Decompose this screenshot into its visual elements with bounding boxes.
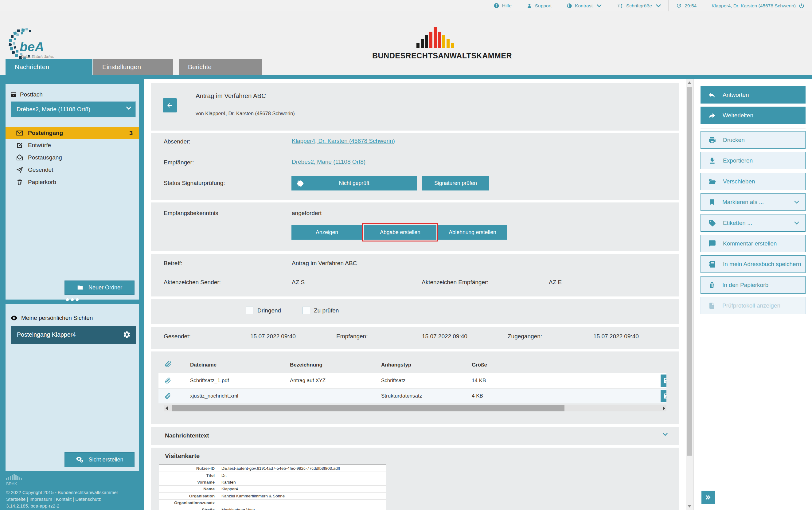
brak-mini-logo-bars [6, 474, 118, 480]
chevron-down-icon[interactable] [663, 433, 668, 436]
schriftgroesse-label: Schriftgröße [626, 3, 652, 9]
absender-link[interactable]: Klapper4, Dr. Karsten (45678 Schwerin) [292, 138, 395, 144]
eb-ablehnung-erstellen-button[interactable]: Ablehnung erstellen [438, 225, 507, 239]
scroll-up-arrow[interactable] [687, 81, 692, 84]
postfach-icon [10, 91, 17, 98]
paperclip-icon [165, 361, 172, 367]
table-row: Nutzer-IDDE.test-autent-gov.61914ad7-54e… [159, 465, 386, 472]
attachment-save-button[interactable] [661, 390, 666, 402]
antworten-button[interactable]: Antworten [700, 86, 806, 104]
scroll-left-arrow[interactable] [166, 406, 168, 410]
link-impressum[interactable]: Impressum [29, 497, 52, 502]
attachment-row[interactable]: xjustiz_nachricht.xml Strukturdatensatz … [158, 389, 666, 403]
exportieren-button[interactable]: Exportieren [700, 152, 806, 169]
message-actions-sidebar: Antworten Weiterleiten Drucken Exportier… [700, 79, 806, 510]
postfach-label: Postfach [20, 91, 43, 98]
in-den-papierkorb-button[interactable]: In den Papierkorb [700, 276, 806, 294]
verschieben-button[interactable]: Verschieben [700, 173, 806, 190]
drucken-label: Drucken [723, 137, 745, 143]
signaturen-pruefen-button[interactable]: Signaturen prüfen [422, 176, 489, 191]
vk-label: Organisation [159, 494, 219, 498]
zugegangen-label: Zugegangen: [508, 333, 542, 340]
empfaenger-link[interactable]: Drébes2, Marie (11108 Ort8) [292, 159, 365, 165]
user-menu-item[interactable]: Klapper4, Dr. Karsten (45678 Schwerin) [704, 0, 812, 11]
message-header-block: Antrag im Verfahren ABC von Klapper4, Dr… [151, 83, 679, 131]
drucken-button[interactable]: Drucken [700, 131, 806, 149]
kommentar-erstellen-button[interactable]: Kommentar erstellen [700, 235, 806, 252]
az-sender-value: AZ S [292, 279, 305, 286]
eb-anzeigen-button[interactable]: Anzeigen [292, 225, 362, 239]
sidebar-item-entwuerfe[interactable]: Entwürfe [5, 139, 139, 151]
col-bezeichnung[interactable]: Bezeichnung [290, 362, 323, 368]
contrast-icon [567, 3, 572, 9]
signatur-status-button[interactable]: Nicht geprüft [292, 176, 417, 191]
markieren-als-button[interactable]: Markieren als ... [700, 193, 806, 211]
help-label: Hilfe [502, 3, 512, 9]
scroll-right-arrow[interactable] [663, 406, 665, 410]
attachment-filename[interactable]: xjustiz_nachricht.xml [190, 393, 238, 399]
attachment-row[interactable]: Schriftsatz_1.pdf Antrag auf XYZ Schrift… [158, 373, 666, 388]
sidebar-item-gesendet[interactable]: Gesendet [5, 164, 139, 176]
tab-einstellungen[interactable]: Einstellungen [93, 59, 173, 75]
content-actions-divider [693, 79, 693, 510]
zugegangen-value: 15.07.2022 09:40 [593, 333, 639, 340]
bea-logo[interactable]: beA Digital. Einfach. Sicher. [7, 26, 78, 64]
mailbox-sidebar: Postfach Drébes2, Marie (11108 Ort8) Pos… [0, 79, 144, 510]
vk-label: Name [159, 487, 219, 491]
dringend-checkbox[interactable] [246, 307, 253, 314]
dringend-label: Dringend [258, 307, 281, 314]
folder-label: Entwürfe [28, 142, 51, 149]
folder-open-icon [708, 177, 716, 186]
create-view-button[interactable]: Sicht erstellen [64, 452, 134, 467]
collapse-actions-button[interactable] [701, 491, 715, 504]
col-groesse[interactable]: Größe [472, 362, 487, 368]
adressbuch-speichern-button[interactable]: In mein Adressbuch speichern [700, 255, 806, 273]
eb-abgabe-erstellen-button[interactable]: Abgabe erstellen [364, 225, 437, 239]
sidebar-item-posteingang[interactable]: Posteingang 3 [5, 127, 139, 139]
back-button[interactable] [163, 98, 177, 112]
col-anhangstyp[interactable]: Anhangstyp [381, 362, 411, 368]
table-row: NameKlapper4 [159, 486, 386, 492]
sidebar-item-postausgang[interactable]: Postausgang [5, 151, 139, 164]
weiterleiten-button[interactable]: Weiterleiten [700, 107, 806, 124]
tab-berichte[interactable]: Berichte [179, 59, 262, 75]
kontrast-menu-item[interactable]: Kontrast [559, 0, 609, 11]
mailbox-select[interactable]: Drébes2, Marie (11108 Ort8) [11, 102, 136, 117]
col-dateiname[interactable]: Dateiname [190, 362, 216, 368]
schriftgroesse-menu-item[interactable]: T Schriftgröße [609, 0, 668, 11]
link-kontakt[interactable]: Kontakt [56, 497, 71, 502]
help-menu-item[interactable]: ? Hilfe [486, 0, 519, 11]
scrollbar-thumb[interactable] [687, 87, 692, 456]
empfaenger-label: Empfänger: [164, 159, 194, 166]
attachment-save-button[interactable] [661, 374, 666, 387]
main-vertical-scrollbar[interactable] [686, 79, 693, 510]
etiketten-button[interactable]: Etiketten ... [700, 214, 806, 232]
gear-icon[interactable] [123, 331, 131, 339]
scroll-down-arrow[interactable] [687, 505, 692, 508]
new-folder-button[interactable]: Neuer Ordner [64, 281, 134, 294]
attachments-block: Dateiname Bezeichnung Anhangstyp Größe S… [151, 351, 679, 424]
zu-pruefen-checkbox[interactable] [302, 307, 310, 314]
attachments-horizontal-scrollbar[interactable] [164, 405, 666, 412]
link-datenschutz[interactable]: Datenschutz [75, 497, 101, 502]
power-icon[interactable] [799, 3, 805, 9]
support-menu-item[interactable]: Support [519, 0, 559, 11]
signatur-status-label: Status Signaturprüfung: [164, 180, 225, 187]
document-icon [708, 302, 716, 310]
vk-value: Klapper4 [219, 487, 386, 491]
session-timer[interactable]: 29:54 [668, 0, 704, 11]
sidebar-item-papierkorb[interactable]: Papierkorb [5, 176, 139, 188]
view-item-posteingang-klapper4[interactable]: Posteingang Klapper4 [11, 325, 136, 344]
scrollbar-thumb[interactable] [172, 405, 565, 412]
panel-resize-handle[interactable] [0, 297, 144, 302]
link-startseite[interactable]: Startseite [6, 497, 26, 502]
chevron-down-icon [597, 4, 602, 7]
tab-nachrichten[interactable]: Nachrichten [5, 59, 92, 75]
link-separator: | [73, 497, 74, 502]
pruefprotokoll-anzeigen-button[interactable]: Prüfprotokoll anzeigen [700, 297, 806, 314]
download-icon [708, 157, 716, 165]
nachrichtentext-panel[interactable]: Nachrichtentext [151, 427, 679, 445]
comment-icon [708, 239, 716, 248]
folder-label: Gesendet [28, 167, 53, 173]
attachment-filename[interactable]: Schriftsatz_1.pdf [190, 377, 229, 384]
